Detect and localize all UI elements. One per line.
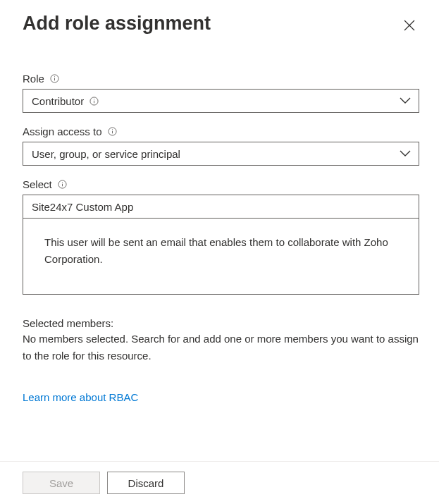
add-role-assignment-panel: Add role assignment Role Con xyxy=(0,0,439,504)
selected-members-body: No members selected. Search for and add … xyxy=(23,331,419,364)
assign-access-label: Assign access to xyxy=(23,125,102,137)
info-icon[interactable] xyxy=(89,97,99,106)
info-icon[interactable] xyxy=(50,74,59,83)
selected-members-title: Selected members: xyxy=(23,317,419,329)
role-label: Role xyxy=(23,73,44,85)
panel-title: Add role assignment xyxy=(23,11,211,36)
close-icon xyxy=(404,23,415,33)
panel-header: Add role assignment xyxy=(23,11,419,37)
learn-more-section: Learn more about RBAC xyxy=(23,391,419,404)
svg-point-4 xyxy=(54,76,55,77)
role-value-text: Contributor xyxy=(32,95,84,107)
select-info-box[interactable]: This user will be sent an email that ena… xyxy=(23,219,419,295)
selected-members-section: Selected members: No members selected. S… xyxy=(23,317,419,364)
panel-footer: Save Discard xyxy=(0,461,439,504)
select-info-text: This user will be sent an email that ena… xyxy=(23,219,419,275)
assign-access-field: Assign access to User, group, or service… xyxy=(23,125,419,166)
role-dropdown-value: Contributor xyxy=(32,95,99,107)
role-dropdown[interactable]: Contributor xyxy=(23,89,419,113)
chevron-down-icon xyxy=(399,147,412,160)
select-label: Select xyxy=(23,178,52,190)
role-label-row: Role xyxy=(23,73,419,85)
save-button[interactable]: Save xyxy=(23,472,100,494)
select-field: Select This user will be sent an email t… xyxy=(23,178,419,295)
assign-access-dropdown-value: User, group, or service principal xyxy=(32,148,180,160)
learn-more-link[interactable]: Learn more about RBAC xyxy=(23,391,138,403)
svg-point-13 xyxy=(62,182,63,183)
info-icon[interactable] xyxy=(108,127,117,136)
select-input[interactable] xyxy=(23,195,419,219)
assign-access-label-row: Assign access to xyxy=(23,125,419,137)
svg-point-10 xyxy=(112,129,113,130)
close-button[interactable] xyxy=(400,16,419,37)
assign-access-dropdown[interactable]: User, group, or service principal xyxy=(23,142,419,166)
svg-point-7 xyxy=(94,99,94,99)
chevron-down-icon xyxy=(399,94,412,107)
select-label-row: Select xyxy=(23,178,419,190)
discard-button[interactable]: Discard xyxy=(107,472,185,494)
role-field: Role Contributor xyxy=(23,73,419,113)
select-input-wrap xyxy=(23,195,419,219)
info-icon[interactable] xyxy=(58,180,67,189)
